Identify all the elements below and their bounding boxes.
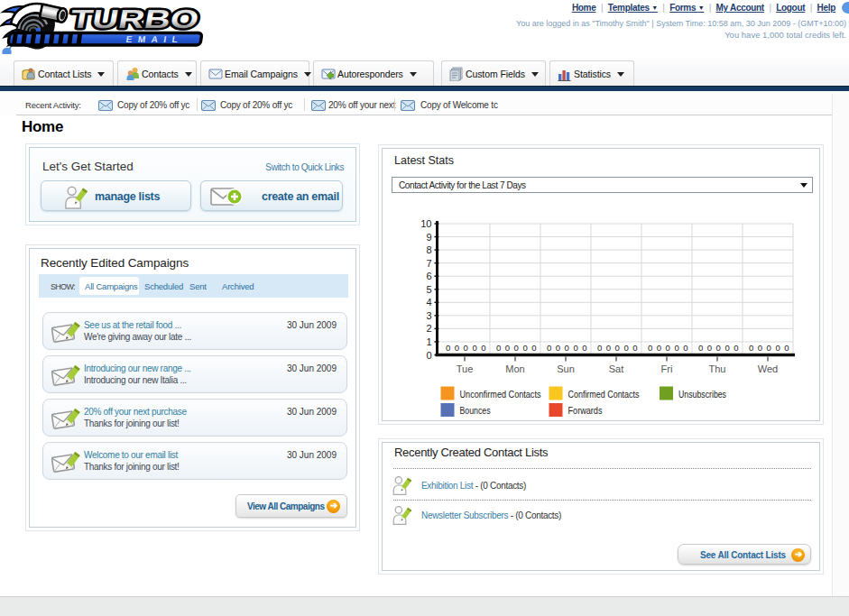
svg-text:0: 0 (758, 343, 762, 353)
svg-text:0: 0 (716, 343, 721, 353)
svg-text:3: 3 (426, 310, 431, 321)
svg-text:0: 0 (666, 343, 670, 353)
svg-text:0: 0 (707, 343, 712, 353)
svg-text:4: 4 (426, 297, 431, 308)
svg-text:0: 0 (531, 343, 536, 353)
svg-text:1: 1 (426, 336, 431, 347)
svg-text:0: 0 (556, 343, 560, 353)
svg-text:Sun: Sun (557, 363, 575, 374)
svg-text:Wed: Wed (758, 363, 778, 374)
svg-text:0: 0 (775, 343, 780, 353)
svg-text:EMAIL: EMAIL (125, 35, 184, 45)
svg-text:7: 7 (426, 258, 431, 269)
svg-text:9: 9 (426, 232, 431, 243)
svg-text:0: 0 (464, 343, 468, 353)
svg-text:0: 0 (606, 343, 611, 353)
svg-text:0: 0 (784, 343, 789, 353)
svg-text:0: 0 (481, 343, 485, 353)
svg-text:2: 2 (426, 323, 431, 334)
svg-text:0: 0 (455, 343, 459, 353)
svg-text:5: 5 (426, 284, 431, 295)
svg-text:Bounces: Bounces (460, 405, 491, 416)
svg-text:0: 0 (698, 343, 703, 353)
svg-text:0: 0 (597, 343, 602, 353)
svg-text:0: 0 (683, 343, 688, 353)
svg-text:0: 0 (615, 343, 620, 353)
svg-text:Forwards: Forwards (568, 405, 603, 416)
svg-text:0: 0 (749, 343, 753, 353)
svg-text:0: 0 (472, 343, 476, 353)
svg-text:0: 0 (632, 343, 637, 353)
svg-text:Unsubscribes: Unsubscribes (678, 389, 726, 400)
svg-text:0: 0 (767, 343, 771, 353)
svg-text:Unconfirmed Contacts: Unconfirmed Contacts (460, 389, 541, 400)
svg-text:0: 0 (724, 343, 729, 353)
svg-text:0: 0 (623, 343, 628, 353)
svg-text:0: 0 (426, 350, 431, 361)
svg-text:0: 0 (446, 343, 450, 353)
svg-text:10: 10 (420, 218, 431, 229)
svg-text:0: 0 (565, 343, 569, 353)
svg-text:0: 0 (648, 343, 652, 353)
svg-text:0: 0 (674, 343, 678, 353)
svg-text:0: 0 (573, 343, 577, 353)
svg-text:0: 0 (522, 343, 527, 353)
svg-text:Sat: Sat (609, 363, 624, 374)
svg-text:Confirmed Contacts: Confirmed Contacts (568, 389, 640, 400)
svg-text:8: 8 (426, 244, 431, 255)
svg-text:0: 0 (514, 343, 519, 353)
svg-text:TURBO: TURBO (68, 5, 201, 34)
svg-text:0: 0 (734, 343, 738, 353)
svg-text:Thu: Thu (709, 363, 726, 374)
svg-text:0: 0 (547, 343, 551, 353)
svg-text:6: 6 (426, 271, 431, 281)
svg-text:0: 0 (582, 343, 586, 353)
svg-text:0: 0 (657, 343, 661, 353)
svg-text:Tue: Tue (457, 363, 474, 374)
svg-text:0: 0 (496, 343, 501, 353)
svg-text:Mon: Mon (505, 363, 524, 374)
svg-text:0: 0 (505, 343, 510, 353)
svg-text:Fri: Fri (661, 363, 673, 374)
